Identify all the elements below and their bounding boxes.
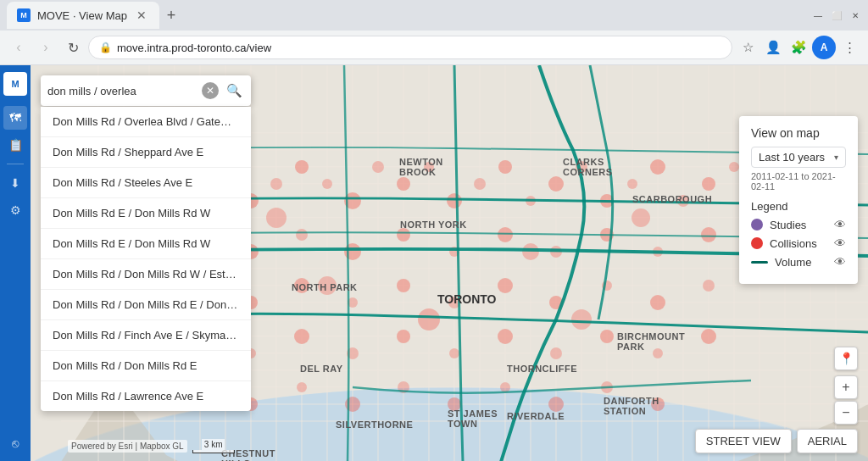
street-view-button[interactable]: STREET VIEW [695,429,792,453]
svg-point-59 [372,161,384,173]
studies-dot [751,219,763,230]
search-dropdown: Don Mills Rd / Overlea Blvd / Gateway Bl… [41,107,251,411]
location-button[interactable]: 📍 [834,347,858,370]
studies-label: Studies [770,219,806,231]
forward-button[interactable]: › [34,36,58,59]
view-panel-title: View on map [751,126,846,140]
zoom-out-button[interactable]: − [834,401,858,425]
svg-point-62 [447,193,462,208]
studies-eye-icon[interactable]: 👁 [834,218,846,231]
dropdown-item-3[interactable]: Don Mills Rd E / Don Mills Rd W [41,198,251,229]
dropdown-item-1[interactable]: Don Mills Rd / Sheppard Ave E [41,137,251,168]
scale-line [192,450,235,453]
lock-icon: 🔒 [99,42,112,53]
map-sidebar-icon: 🗺 [9,111,21,125]
svg-point-91 [498,278,513,293]
new-tab-button[interactable]: + [159,3,183,27]
app-container: M 🗺 📋 ⬇ ⚙ ⎋ [0,65,868,461]
legend-item-collisions: Collisions 👁 [751,236,846,250]
svg-point-72 [702,177,715,191]
aerial-button[interactable]: AERIAL [797,429,858,453]
app-logo[interactable]: M [3,72,27,96]
svg-point-63 [474,178,486,190]
sidebar-item-map[interactable]: 🗺 [3,106,27,130]
dropdown-item-9[interactable]: Don Mills Rd / Lawrence Ave E [41,381,251,411]
search-clear-button[interactable]: ✕ [202,82,219,99]
browser-chrome: M MOVE · View Map ✕ + — ⬜ ✕ ‹ › ↻ 🔒 move… [0,0,868,65]
svg-point-61 [424,162,434,172]
legend-item-volume: Volume 👁 [751,255,846,269]
volume-line [751,261,768,264]
svg-point-84 [701,227,716,242]
download-sidebar-icon: ⬇ [10,176,20,190]
zoom-in-button[interactable]: + [834,375,858,399]
minimize-button[interactable]: — [812,9,824,21]
chevron-down-icon: ▾ [834,153,838,162]
legend-item-studies: Studies 👁 [751,218,846,231]
map-bottom-left-controls: Powered by Esri | Mapbox GL 3 km [68,439,235,453]
svg-point-98 [294,329,309,344]
date-range-label: Last 10 years [759,151,825,164]
maximize-button[interactable]: ⬜ [831,9,843,21]
dropdown-item-7[interactable]: Don Mills Rd / Finch Ave E / Skymark Par… [41,320,251,351]
address-bar[interactable]: 🔒 move.intra.prod-toronto.ca/view [88,36,732,59]
dropdown-item-5[interactable]: Don Mills Rd / Don Mills Rd W / Esterbro… [41,259,251,290]
svg-point-106 [701,329,716,344]
search-input-wrapper: ✕ 🔍 [41,75,251,106]
svg-point-89 [397,279,410,292]
svg-point-100 [397,330,410,343]
window-controls: — ⬜ ✕ [812,9,861,21]
user-account-icon[interactable]: 👤 [761,36,785,59]
svg-point-60 [397,177,410,191]
back-button[interactable]: ‹ [7,36,31,59]
svg-point-120 [522,243,539,260]
url-text: move.intra.prod-toronto.ca/view [117,42,721,54]
volume-eye-icon[interactable]: 👁 [834,255,846,269]
dropdown-item-8[interactable]: Don Mills Rd / Don Mills Rd E [41,351,251,381]
svg-point-76 [296,229,308,241]
address-bar-row: ‹ › ↻ 🔒 move.intra.prod-toronto.ca/view … [0,31,868,64]
close-button[interactable]: ✕ [849,9,861,21]
map-area[interactable]: NewtonBrook ClarksCorners Scarborough No… [31,65,868,461]
logout-sidebar-icon: ⎋ [12,436,19,450]
date-range-select[interactable]: Last 10 years ▾ [751,147,846,168]
svg-point-104 [600,330,614,343]
dropdown-item-6[interactable]: Don Mills Rd / Don Mills Rd E / Don Mill… [41,290,251,320]
svg-point-78 [397,228,410,242]
svg-point-95 [703,280,715,292]
sidebar-item-settings[interactable]: ⚙ [3,198,27,222]
tab-favicon: M [17,8,31,22]
refresh-button[interactable]: ↻ [61,36,85,59]
search-input[interactable] [47,85,197,97]
toolbar-icons: ☆ 👤 🧩 A ⋮ [736,36,861,59]
svg-point-87 [294,278,309,293]
tab-close-button[interactable]: ✕ [134,8,149,23]
svg-point-122 [632,208,650,227]
collisions-eye-icon[interactable]: 👁 [834,236,846,250]
svg-point-113 [500,382,510,392]
list-sidebar-icon: 📋 [8,138,23,152]
sidebar-item-logout[interactable]: ⎋ [3,431,27,455]
extensions-icon[interactable]: 🧩 [787,36,810,59]
tab-bar: M MOVE · View Map ✕ + — ⬜ ✕ [0,0,868,31]
sidebar-item-list[interactable]: 📋 [3,133,27,157]
dropdown-item-0[interactable]: Don Mills Rd / Overlea Blvd / Gateway Bl… [41,107,251,137]
svg-point-117 [266,208,287,228]
bookmark-icon[interactable]: ☆ [736,36,760,59]
map-bottom-right-controls: STREET VIEW AERIAL [695,429,858,453]
active-tab[interactable]: M MOVE · View Map ✕ [7,2,159,29]
svg-point-56 [295,160,309,174]
dropdown-item-4[interactable]: Don Mills Rd E / Don Mills Rd W [41,229,251,259]
profile-button[interactable]: A [812,36,836,59]
collisions-dot [751,237,763,249]
sidebar-divider [7,164,24,164]
left-sidebar: M 🗺 📋 ⬇ ⚙ ⎋ [0,65,31,461]
svg-point-112 [448,397,461,411]
sidebar-item-download[interactable]: ⬇ [3,171,27,195]
menu-icon[interactable]: ⋮ [837,36,861,59]
search-button[interactable]: 🔍 [224,81,244,101]
dropdown-item-2[interactable]: Don Mills Rd / Steeles Ave E [41,168,251,198]
svg-point-118 [318,276,337,295]
svg-point-102 [498,329,513,344]
volume-label: Volume [775,256,811,269]
